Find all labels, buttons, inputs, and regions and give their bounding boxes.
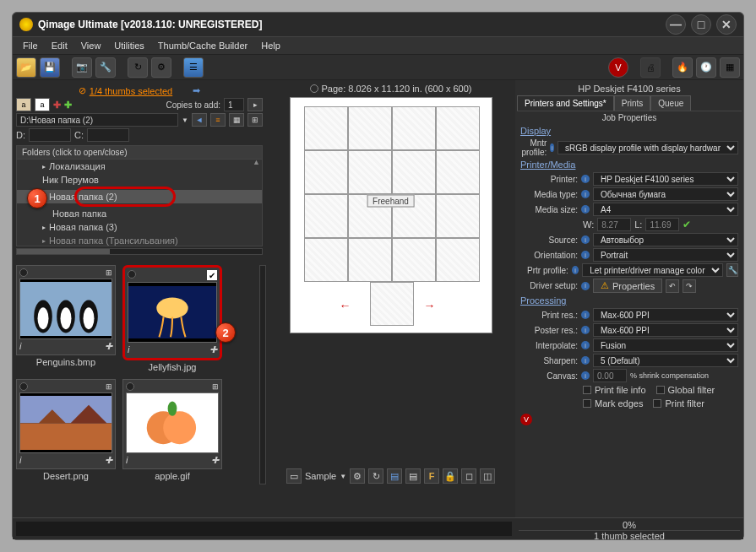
cb-doc2-icon[interactable]: ▤ (405, 468, 421, 484)
drive-c-input[interactable] (87, 128, 129, 142)
check-mark-edges[interactable]: Mark edges (583, 398, 643, 409)
menu-utilities[interactable]: Utilities (107, 39, 150, 52)
save-icon[interactable]: 💾 (40, 57, 60, 78)
drive-d-input[interactable] (29, 128, 71, 142)
cb-f-icon[interactable]: F (424, 468, 439, 484)
group-processing[interactable]: Processing (517, 294, 742, 307)
sharpen-select[interactable]: 5 (Default) (593, 354, 738, 367)
folder-item[interactable]: ▸Новая папка (Трансильвания) (17, 234, 262, 246)
help-icon[interactable]: i (581, 341, 590, 349)
help-icon[interactable]: i (581, 356, 590, 365)
open-icon[interactable]: 📂 (16, 57, 36, 78)
tab-printers-settings[interactable]: Printers and Settings* (517, 95, 614, 111)
cb-refresh-icon[interactable]: ↻ (368, 468, 383, 484)
orientation-select[interactable]: Portrait (593, 248, 738, 262)
menu-view[interactable]: View (74, 39, 108, 52)
check-print-file-info[interactable]: Print file info (583, 385, 646, 395)
thumb-card-selected[interactable]: ✔ i✚ (122, 265, 222, 360)
cb-lock-icon[interactable]: 🔒 (443, 468, 458, 484)
tool-a-icon[interactable]: 🔧 (95, 57, 116, 78)
btn-a2[interactable]: a (35, 98, 50, 111)
tool-b-icon[interactable]: ▦ (720, 57, 740, 78)
menu-edit[interactable]: Edit (45, 39, 74, 52)
print-res-select[interactable]: Max-600 PPI (593, 308, 738, 322)
cb-copy-icon[interactable]: ◫ (480, 468, 495, 484)
help-icon[interactable]: i (581, 371, 590, 380)
tab-queue[interactable]: Queue (650, 95, 691, 111)
nav-list-icon[interactable]: ≡ (210, 113, 226, 127)
thumb-card[interactable]: ⊞ i✚ (16, 379, 116, 469)
check-global-filter[interactable]: Global filter (656, 385, 715, 395)
thumb-card[interactable]: ⊞ i✚ (122, 379, 222, 469)
page-radio-icon[interactable] (310, 84, 318, 93)
thumb-image[interactable] (128, 282, 217, 343)
thumb-scrollbar[interactable] (259, 265, 266, 484)
copies-spin[interactable]: ▸ (247, 98, 263, 111)
help-icon[interactable]: i (581, 326, 590, 334)
nav-opt-icon[interactable]: ⊞ (247, 113, 263, 127)
help-icon[interactable]: i (581, 235, 590, 244)
help-icon[interactable]: i (581, 190, 590, 198)
printer-select[interactable]: HP Deskjet F4100 series (593, 172, 738, 186)
menu-help[interactable]: Help (254, 39, 287, 52)
canvas-input[interactable] (593, 369, 627, 382)
help-icon[interactable]: i (581, 205, 590, 214)
cb-doc1-icon[interactable]: ▤ (387, 468, 402, 484)
length-input[interactable] (645, 218, 679, 231)
source-select[interactable]: Автовыбор (593, 233, 738, 246)
thumbs-selected-link[interactable]: 1/4 thumbs selected (90, 86, 172, 96)
redo-icon[interactable]: ↷ (683, 279, 696, 293)
group-display[interactable]: Display (517, 124, 742, 138)
group-printer-media[interactable]: Printer/Media (517, 158, 742, 171)
thumb-image[interactable] (19, 392, 112, 453)
mntr-profile-select[interactable]: sRGB display profile with display hardwa… (557, 141, 738, 154)
gear-icon[interactable]: ⚙ (151, 57, 171, 78)
properties-button[interactable]: ⚠Properties (593, 279, 662, 293)
prtr-profile-select[interactable]: Let printer/driver manage color (582, 263, 723, 277)
help-icon[interactable]: i (581, 175, 590, 183)
clock-icon[interactable]: 🕐 (696, 57, 716, 78)
media-size-select[interactable]: A4 (593, 203, 738, 216)
copies-input[interactable] (224, 98, 244, 111)
refresh-icon[interactable]: ↻ (128, 57, 148, 78)
nav-back-icon[interactable]: ◄ (192, 113, 207, 127)
folder-item[interactable]: ▸Локализация (17, 160, 262, 173)
help-icon[interactable]: i (550, 143, 554, 152)
camera-icon[interactable]: 📷 (72, 57, 92, 78)
help-icon[interactable]: i (581, 251, 590, 259)
cb-gear-icon[interactable]: ⚙ (350, 468, 365, 484)
help-icon[interactable]: i (581, 282, 590, 290)
tree-scroll-up[interactable]: ▲ (253, 158, 260, 166)
thumb-image[interactable] (126, 392, 219, 453)
tree-scrollbar[interactable] (16, 248, 263, 255)
undo-icon[interactable]: ↶ (666, 279, 679, 293)
page-canvas[interactable]: Freehand ← → (290, 97, 492, 333)
folder-item[interactable]: Ник Перумов (17, 173, 262, 187)
cb-page-icon[interactable]: ◻ (461, 468, 476, 484)
print-icon[interactable]: 🖨 (640, 57, 661, 78)
btn-a1[interactable]: a (16, 98, 31, 111)
nav-grid-icon[interactable]: ▦ (229, 113, 244, 127)
width-input[interactable] (597, 218, 631, 231)
folder-item[interactable]: ▸Новая папка (3) (17, 220, 262, 234)
minimize-button[interactable]: — (666, 14, 686, 35)
poster-res-select[interactable]: Max-600 PPI (593, 323, 738, 337)
path-input[interactable] (16, 113, 178, 127)
thumb-image[interactable] (19, 279, 112, 339)
help-icon[interactable]: i (581, 311, 590, 319)
v-badge-icon[interactable]: V (520, 414, 532, 425)
media-type-select[interactable]: Обычная бумага (593, 187, 738, 201)
tab-prints[interactable]: Prints (614, 95, 651, 111)
v-badge-icon[interactable]: V (608, 57, 628, 78)
interpolate-select[interactable]: Fusion (593, 338, 738, 352)
menu-file[interactable]: File (16, 39, 45, 52)
folder-item[interactable]: Новая папка (17, 207, 262, 220)
list-icon[interactable]: ☰ (183, 57, 204, 78)
help-icon[interactable]: i (572, 266, 579, 274)
check-print-filter[interactable]: Print filter (653, 398, 704, 409)
wrench-icon[interactable]: 🔧 (726, 263, 738, 277)
maximize-button[interactable]: □ (691, 14, 711, 35)
cb-book-icon[interactable]: ▭ (286, 468, 302, 484)
close-button[interactable]: ✕ (716, 14, 737, 35)
flame-icon[interactable]: 🔥 (672, 57, 693, 78)
